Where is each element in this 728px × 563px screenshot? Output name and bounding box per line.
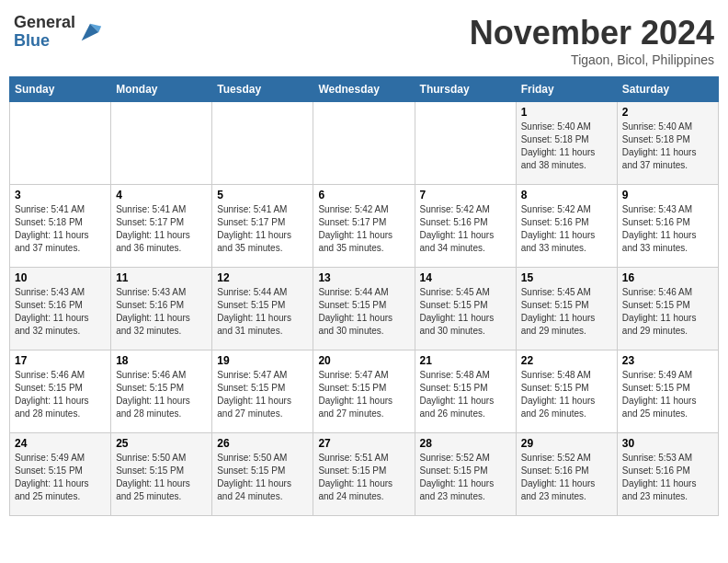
day-number: 15 bbox=[521, 271, 612, 284]
day-info: Sunrise: 5:42 AM Sunset: 5:16 PM Dayligh… bbox=[420, 203, 511, 255]
calendar-week-row: 3Sunrise: 5:41 AM Sunset: 5:18 PM Daylig… bbox=[10, 185, 719, 268]
day-info: Sunrise: 5:41 AM Sunset: 5:17 PM Dayligh… bbox=[217, 203, 308, 255]
day-info: Sunrise: 5:41 AM Sunset: 5:18 PM Dayligh… bbox=[15, 203, 106, 255]
calendar-week-row: 24Sunrise: 5:49 AM Sunset: 5:15 PM Dayli… bbox=[10, 433, 719, 516]
calendar-cell: 10Sunrise: 5:43 AM Sunset: 5:16 PM Dayli… bbox=[10, 268, 111, 350]
calendar-cell: 18Sunrise: 5:46 AM Sunset: 5:15 PM Dayli… bbox=[111, 350, 212, 433]
calendar-cell: 14Sunrise: 5:45 AM Sunset: 5:15 PM Dayli… bbox=[415, 268, 516, 350]
day-number: 28 bbox=[420, 437, 511, 450]
calendar-cell bbox=[10, 102, 111, 185]
day-info: Sunrise: 5:52 AM Sunset: 5:15 PM Dayligh… bbox=[420, 452, 511, 503]
day-number: 22 bbox=[521, 354, 612, 367]
day-info: Sunrise: 5:43 AM Sunset: 5:16 PM Dayligh… bbox=[15, 286, 106, 338]
day-number: 30 bbox=[622, 437, 713, 450]
calendar-cell: 6Sunrise: 5:42 AM Sunset: 5:17 PM Daylig… bbox=[313, 185, 415, 268]
day-number: 9 bbox=[622, 189, 713, 201]
day-number: 29 bbox=[521, 437, 612, 450]
calendar-cell: 5Sunrise: 5:41 AM Sunset: 5:17 PM Daylig… bbox=[212, 185, 313, 268]
calendar-week-row: 1Sunrise: 5:40 AM Sunset: 5:18 PM Daylig… bbox=[10, 102, 719, 185]
day-number: 5 bbox=[217, 189, 308, 201]
calendar-cell: 25Sunrise: 5:50 AM Sunset: 5:15 PM Dayli… bbox=[111, 433, 212, 516]
month-title: November 2024 bbox=[470, 14, 714, 52]
calendar-cell: 9Sunrise: 5:43 AM Sunset: 5:16 PM Daylig… bbox=[617, 185, 718, 268]
calendar-table: SundayMondayTuesdayWednesdayThursdayFrid… bbox=[9, 76, 719, 516]
day-info: Sunrise: 5:44 AM Sunset: 5:15 PM Dayligh… bbox=[318, 286, 409, 338]
logo-icon bbox=[77, 19, 103, 45]
calendar-cell: 19Sunrise: 5:47 AM Sunset: 5:15 PM Dayli… bbox=[212, 350, 313, 433]
logo-general-text: General bbox=[14, 14, 75, 32]
day-number: 6 bbox=[318, 189, 409, 201]
day-number: 14 bbox=[420, 271, 511, 284]
calendar-cell: 13Sunrise: 5:44 AM Sunset: 5:15 PM Dayli… bbox=[313, 268, 415, 350]
day-info: Sunrise: 5:40 AM Sunset: 5:18 PM Dayligh… bbox=[622, 121, 713, 172]
day-info: Sunrise: 5:46 AM Sunset: 5:15 PM Dayligh… bbox=[15, 369, 106, 420]
calendar-cell: 23Sunrise: 5:49 AM Sunset: 5:15 PM Dayli… bbox=[617, 350, 718, 433]
day-info: Sunrise: 5:43 AM Sunset: 5:16 PM Dayligh… bbox=[116, 286, 207, 338]
calendar-cell: 17Sunrise: 5:46 AM Sunset: 5:15 PM Dayli… bbox=[10, 350, 111, 433]
calendar-cell: 29Sunrise: 5:52 AM Sunset: 5:16 PM Dayli… bbox=[516, 433, 617, 516]
day-info: Sunrise: 5:49 AM Sunset: 5:15 PM Dayligh… bbox=[622, 369, 713, 420]
day-number: 18 bbox=[116, 354, 207, 367]
day-number: 20 bbox=[318, 354, 409, 367]
day-number: 13 bbox=[318, 271, 409, 284]
day-number: 23 bbox=[622, 354, 713, 367]
day-info: Sunrise: 5:45 AM Sunset: 5:15 PM Dayligh… bbox=[420, 286, 511, 338]
location-text: Tigaon, Bicol, Philippines bbox=[470, 52, 714, 67]
logo: General Blue bbox=[14, 14, 103, 51]
calendar-cell bbox=[212, 102, 313, 185]
calendar-cell: 30Sunrise: 5:53 AM Sunset: 5:16 PM Dayli… bbox=[617, 433, 718, 516]
col-header-friday: Friday bbox=[516, 77, 617, 102]
day-info: Sunrise: 5:46 AM Sunset: 5:15 PM Dayligh… bbox=[116, 369, 207, 420]
day-number: 8 bbox=[521, 189, 612, 201]
col-header-saturday: Saturday bbox=[617, 77, 718, 102]
day-number: 24 bbox=[15, 437, 106, 450]
day-number: 4 bbox=[116, 189, 207, 201]
day-number: 12 bbox=[217, 271, 308, 284]
calendar-cell: 12Sunrise: 5:44 AM Sunset: 5:15 PM Dayli… bbox=[212, 268, 313, 350]
day-info: Sunrise: 5:52 AM Sunset: 5:16 PM Dayligh… bbox=[521, 452, 612, 503]
day-info: Sunrise: 5:50 AM Sunset: 5:15 PM Dayligh… bbox=[217, 452, 308, 503]
col-header-tuesday: Tuesday bbox=[212, 77, 313, 102]
day-number: 17 bbox=[15, 354, 106, 367]
logo-blue-text: Blue bbox=[14, 32, 75, 51]
day-info: Sunrise: 5:48 AM Sunset: 5:15 PM Dayligh… bbox=[420, 369, 511, 420]
calendar-cell: 24Sunrise: 5:49 AM Sunset: 5:15 PM Dayli… bbox=[10, 433, 111, 516]
day-number: 1 bbox=[521, 106, 612, 119]
calendar-cell: 22Sunrise: 5:48 AM Sunset: 5:15 PM Dayli… bbox=[516, 350, 617, 433]
calendar-cell: 7Sunrise: 5:42 AM Sunset: 5:16 PM Daylig… bbox=[415, 185, 516, 268]
calendar-cell: 1Sunrise: 5:40 AM Sunset: 5:18 PM Daylig… bbox=[516, 102, 617, 185]
day-number: 10 bbox=[15, 271, 106, 284]
day-info: Sunrise: 5:49 AM Sunset: 5:15 PM Dayligh… bbox=[15, 452, 106, 503]
col-header-thursday: Thursday bbox=[415, 77, 516, 102]
day-number: 26 bbox=[217, 437, 308, 450]
day-info: Sunrise: 5:50 AM Sunset: 5:15 PM Dayligh… bbox=[116, 452, 207, 503]
col-header-sunday: Sunday bbox=[10, 77, 111, 102]
day-number: 7 bbox=[420, 189, 511, 201]
day-info: Sunrise: 5:47 AM Sunset: 5:15 PM Dayligh… bbox=[217, 369, 308, 420]
page-header: General Blue November 2024 Tigaon, Bicol… bbox=[9, 9, 719, 67]
day-number: 27 bbox=[318, 437, 409, 450]
day-info: Sunrise: 5:43 AM Sunset: 5:16 PM Dayligh… bbox=[622, 203, 713, 255]
calendar-cell: 21Sunrise: 5:48 AM Sunset: 5:15 PM Dayli… bbox=[415, 350, 516, 433]
calendar-cell: 3Sunrise: 5:41 AM Sunset: 5:18 PM Daylig… bbox=[10, 185, 111, 268]
day-number: 25 bbox=[116, 437, 207, 450]
day-number: 16 bbox=[622, 271, 713, 284]
day-number: 2 bbox=[622, 106, 713, 119]
day-info: Sunrise: 5:51 AM Sunset: 5:15 PM Dayligh… bbox=[318, 452, 409, 503]
day-info: Sunrise: 5:42 AM Sunset: 5:17 PM Dayligh… bbox=[318, 203, 409, 255]
day-number: 21 bbox=[420, 354, 511, 367]
calendar-week-row: 17Sunrise: 5:46 AM Sunset: 5:15 PM Dayli… bbox=[10, 350, 719, 433]
calendar-cell bbox=[111, 102, 212, 185]
calendar-cell: 26Sunrise: 5:50 AM Sunset: 5:15 PM Dayli… bbox=[212, 433, 313, 516]
day-info: Sunrise: 5:41 AM Sunset: 5:17 PM Dayligh… bbox=[116, 203, 207, 255]
calendar-cell: 15Sunrise: 5:45 AM Sunset: 5:15 PM Dayli… bbox=[516, 268, 617, 350]
calendar-cell: 8Sunrise: 5:42 AM Sunset: 5:16 PM Daylig… bbox=[516, 185, 617, 268]
calendar-cell: 11Sunrise: 5:43 AM Sunset: 5:16 PM Dayli… bbox=[111, 268, 212, 350]
day-info: Sunrise: 5:46 AM Sunset: 5:15 PM Dayligh… bbox=[622, 286, 713, 338]
calendar-week-row: 10Sunrise: 5:43 AM Sunset: 5:16 PM Dayli… bbox=[10, 268, 719, 350]
col-header-monday: Monday bbox=[111, 77, 212, 102]
day-info: Sunrise: 5:47 AM Sunset: 5:15 PM Dayligh… bbox=[318, 369, 409, 420]
calendar-cell: 4Sunrise: 5:41 AM Sunset: 5:17 PM Daylig… bbox=[111, 185, 212, 268]
day-info: Sunrise: 5:53 AM Sunset: 5:16 PM Dayligh… bbox=[622, 452, 713, 503]
calendar-cell: 27Sunrise: 5:51 AM Sunset: 5:15 PM Dayli… bbox=[313, 433, 415, 516]
